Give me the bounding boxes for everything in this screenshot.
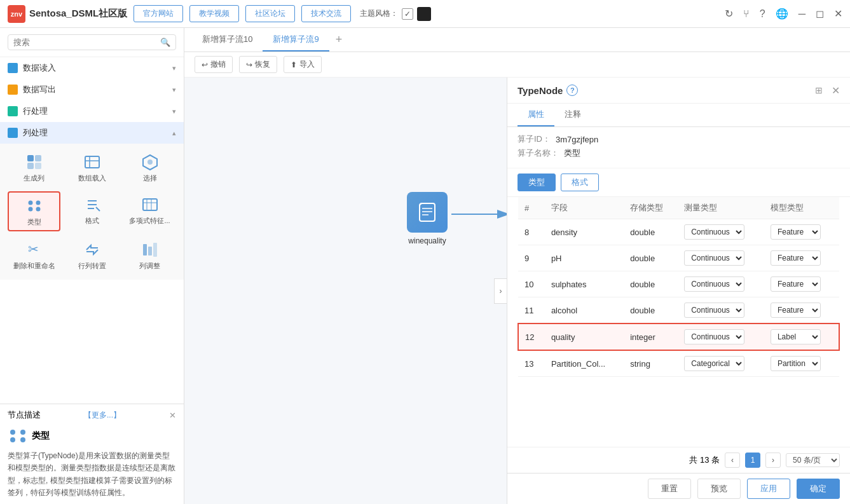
sidebar-item-select[interactable]: 选择	[123, 149, 176, 186]
sidebar-item-generate-col[interactable]: 生成列	[8, 149, 60, 186]
svg-rect-24	[153, 243, 157, 257]
preview-button[interactable]: 预览	[697, 479, 741, 499]
cell-field-alcohol: alcohol	[545, 297, 624, 324]
redo-icon: ↪	[246, 60, 252, 69]
confirm-button[interactable]: 确定	[797, 479, 840, 499]
model-select-ph[interactable]: Feature Label Partition None	[771, 250, 821, 266]
sidebar-section-data-read: 数据读入 ▾	[0, 57, 184, 79]
pagination-next[interactable]: ›	[765, 453, 781, 468]
measure-select-ph[interactable]: Continuous Categorical Flag Ordinal	[684, 250, 744, 266]
cell-model-partition[interactable]: Feature Label Partition None	[764, 350, 839, 377]
btn-community-forum[interactable]: 社区论坛	[245, 5, 295, 22]
measure-select-density[interactable]: Continuous Categorical Flag Ordinal	[684, 224, 744, 240]
search-input[interactable]	[13, 37, 156, 47]
refresh-icon[interactable]: ↻	[725, 8, 733, 20]
minimize-icon[interactable]: ─	[799, 8, 805, 20]
tab-flow9[interactable]: 新增算子流9	[263, 29, 329, 51]
pagination-current[interactable]: 1	[745, 453, 760, 468]
type-icon	[25, 196, 44, 215]
svg-point-28	[20, 437, 25, 442]
help-icon[interactable]: ?	[760, 8, 765, 20]
sidebar-item-delete-rename[interactable]: ✂ 删除和重命名	[8, 236, 60, 274]
node-desc-title-row: 节点描述 【更多...】 ✕	[8, 409, 176, 421]
sidebar-section-header-col-processing[interactable]: 列处理 ▴	[0, 122, 184, 144]
tab-flow10[interactable]: 新增算子流10	[192, 29, 263, 51]
theme-dark-icon[interactable]	[417, 7, 431, 21]
node-desc-text: 类型算子(TypeNode)是用来设置数据的测量类型和模型类型的。测量类型指数据…	[8, 450, 176, 499]
share-icon[interactable]: ⑂	[743, 8, 750, 20]
restore-icon[interactable]: ◻	[816, 8, 824, 20]
measure-select-alcohol[interactable]: Continuous Categorical Flag Ordinal	[684, 303, 744, 318]
sidebar-section-header-data-write[interactable]: 数据写出 ▾	[0, 79, 184, 100]
model-select-alcohol[interactable]: Feature Label Partition None	[771, 303, 821, 318]
tab-annotation[interactable]: 注释	[554, 104, 591, 126]
col-processing-grid: 生成列 数组载入 选择	[8, 149, 176, 275]
sidebar-item-row-col-transpose[interactable]: 行列转置	[65, 236, 118, 274]
svg-point-8	[147, 160, 153, 165]
subtab-type[interactable]: 类型	[518, 174, 556, 191]
sidebar-section-header-row-processing[interactable]: 行处理 ▾	[0, 100, 184, 122]
help-button[interactable]: ?	[566, 85, 578, 96]
cell-measure-ph[interactable]: Continuous Categorical Flag Ordinal	[678, 245, 764, 271]
node-desc-node-icon	[8, 426, 28, 446]
btn-tutorial-video[interactable]: 教学视频	[189, 5, 239, 22]
model-select-sulphates[interactable]: Feature Label Partition None	[771, 276, 821, 292]
topbar-icons: ↻ ⑂ ? 🌐 ─ ◻ ✕	[725, 8, 842, 20]
cell-model-density[interactable]: Feature Label Partition None	[764, 219, 839, 245]
main-area: 🔍 数据读入 ▾ 数据写出 ▾	[0, 28, 850, 504]
undo-button[interactable]: ↩ 撤销	[195, 56, 233, 73]
globe-icon[interactable]: 🌐	[776, 8, 788, 20]
canvas-area[interactable]: winequality 样本分区	[184, 78, 507, 504]
cell-model-sulphates[interactable]: Feature Label Partition None	[764, 271, 839, 297]
cell-measure-partition[interactable]: Continuous Categorical Flag Ordinal	[678, 350, 764, 377]
sidebar-item-array-load[interactable]: 数组载入	[65, 149, 118, 186]
app-title: Sentosa_DSML社区版	[29, 8, 127, 20]
subtab-format[interactable]: 格式	[561, 174, 599, 191]
svg-rect-1	[35, 155, 41, 161]
sidebar-item-format[interactable]: 格式	[65, 191, 118, 231]
cell-model-quality[interactable]: Feature Label Partition None	[764, 324, 839, 350]
page-size-select[interactable]: 50 条/页 100 条/页	[786, 453, 840, 467]
cell-measure-density[interactable]: Continuous Categorical Flag Ordinal	[678, 219, 764, 245]
expand-button[interactable]: ⊞	[811, 84, 826, 97]
reset-button[interactable]: 重置	[648, 479, 691, 499]
node-winequality-label: winequality	[408, 236, 446, 245]
measure-select-partition[interactable]: Continuous Categorical Flag Ordinal	[684, 356, 744, 371]
model-select-quality[interactable]: Feature Label Partition None	[771, 329, 821, 344]
node-desc-more[interactable]: 【更多...】	[84, 410, 121, 421]
cell-measure-sulphates[interactable]: Continuous Categorical Flag Ordinal	[678, 271, 764, 297]
table-container[interactable]: # 字段 存储类型 测量类型 模型类型 8 density	[507, 197, 850, 447]
apply-button[interactable]: 应用	[747, 479, 790, 499]
model-select-partition[interactable]: Feature Label Partition None	[771, 356, 821, 371]
canvas-panel-container: winequality 样本分区	[184, 78, 850, 504]
sidebar-item-poly-feature[interactable]: 多项式特征...	[123, 191, 176, 231]
redo-button[interactable]: ↪ 恢复	[239, 56, 277, 73]
model-select-density[interactable]: Feature Label Partition None	[771, 224, 821, 240]
node-desc-close[interactable]: ✕	[169, 411, 176, 420]
panel-collapse-button[interactable]: ›	[494, 278, 507, 304]
search-box[interactable]: 🔍	[8, 34, 176, 50]
theme-check-icon[interactable]: ✓	[402, 8, 413, 20]
cell-model-ph[interactable]: Feature Label Partition None	[764, 245, 839, 271]
pagination-prev[interactable]: ‹	[725, 453, 740, 468]
node-winequality[interactable]: winequality	[407, 192, 448, 245]
tab-properties[interactable]: 属性	[518, 104, 554, 126]
array-load-label: 数组载入	[78, 174, 106, 182]
btn-tech-exchange[interactable]: 技术交流	[301, 5, 351, 22]
cell-model-alcohol[interactable]: Feature Label Partition None	[764, 297, 839, 324]
sidebar-item-col-adjust[interactable]: 列调整	[123, 236, 176, 274]
close-icon[interactable]: ✕	[834, 8, 842, 20]
btn-official-site[interactable]: 官方网站	[134, 5, 183, 22]
cell-measure-quality[interactable]: Continuous Categorical Flag Ordinal	[678, 324, 764, 350]
tab-add-button[interactable]: +	[329, 33, 349, 46]
table-row: 11 alcohol double Continuous Categorical…	[518, 297, 839, 324]
import-button[interactable]: ⬆ 导入	[284, 56, 322, 73]
measure-select-sulphates[interactable]: Continuous Categorical Flag Ordinal	[684, 276, 744, 292]
array-load-icon	[83, 153, 102, 172]
panel-close-button[interactable]: ✕	[832, 85, 840, 97]
sidebar-item-type[interactable]: 类型	[8, 191, 60, 231]
panel-subtabs: 类型 格式	[507, 168, 850, 197]
cell-measure-alcohol[interactable]: Continuous Categorical Flag Ordinal	[678, 297, 764, 324]
measure-select-quality[interactable]: Continuous Categorical Flag Ordinal	[684, 329, 744, 344]
sidebar-section-header-data-read[interactable]: 数据读入 ▾	[0, 57, 184, 79]
